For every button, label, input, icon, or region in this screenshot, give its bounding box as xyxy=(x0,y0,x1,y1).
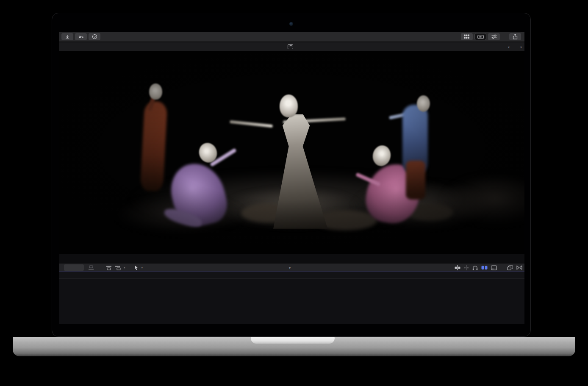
final-cut-pro-window: ▾ ▾ xyxy=(59,32,524,324)
view-dropdown[interactable]: ▾ xyxy=(520,44,522,49)
share-button[interactable] xyxy=(509,33,521,40)
timeline-windows-icon[interactable] xyxy=(507,265,513,270)
skimming-icon[interactable] xyxy=(455,265,460,270)
inspector-sliders-icon xyxy=(491,34,497,39)
background-tasks-icon xyxy=(92,34,97,39)
project-title xyxy=(59,44,524,49)
inspector-button[interactable] xyxy=(488,33,500,40)
timeline-tracks xyxy=(59,279,524,324)
desktop-background: ▾ ▾ xyxy=(0,0,588,386)
chevron-down-icon: ▾ xyxy=(520,45,522,49)
browser-filmstrip-icon xyxy=(477,35,484,39)
timeline-panel xyxy=(59,272,524,324)
keyword-icon xyxy=(78,34,84,39)
macbook-lid-notch xyxy=(251,337,335,344)
viewer-info-bar: ▾ ▾ xyxy=(59,42,524,51)
viewer-canvas: ▾ ▾ ▾ ▶ xyxy=(59,51,524,254)
clip-appearance-icon[interactable] xyxy=(491,265,497,270)
stage-scene-image xyxy=(59,51,524,254)
chevron-down-icon: ▾ xyxy=(289,266,291,270)
timeline-toolbar: ▾ ▾ ▾ xyxy=(59,264,524,272)
main-toolbar xyxy=(59,32,524,42)
import-media-icon xyxy=(65,34,70,39)
keyword-button[interactable] xyxy=(75,33,87,40)
webcam-icon xyxy=(289,22,293,26)
background-tasks-button[interactable] xyxy=(89,33,100,40)
clapperboard-icon xyxy=(288,44,293,49)
solo-headphones-icon[interactable] xyxy=(472,265,478,270)
import-media-button[interactable] xyxy=(61,33,73,40)
browser-filmstrip-view-button[interactable] xyxy=(474,33,486,40)
trim-icon[interactable] xyxy=(516,265,522,270)
timeline-ruler[interactable] xyxy=(59,272,524,279)
stage-vignette xyxy=(59,51,524,254)
audio-skimming-icon[interactable] xyxy=(464,265,469,270)
share-icon xyxy=(513,34,518,39)
snapping-icon[interactable] xyxy=(481,265,488,270)
browser-grid-view-button[interactable] xyxy=(461,33,473,40)
zoom-level-dropdown[interactable]: ▾ xyxy=(508,44,510,49)
browser-grid-icon xyxy=(464,34,470,39)
chevron-down-icon: ▾ xyxy=(508,45,510,49)
